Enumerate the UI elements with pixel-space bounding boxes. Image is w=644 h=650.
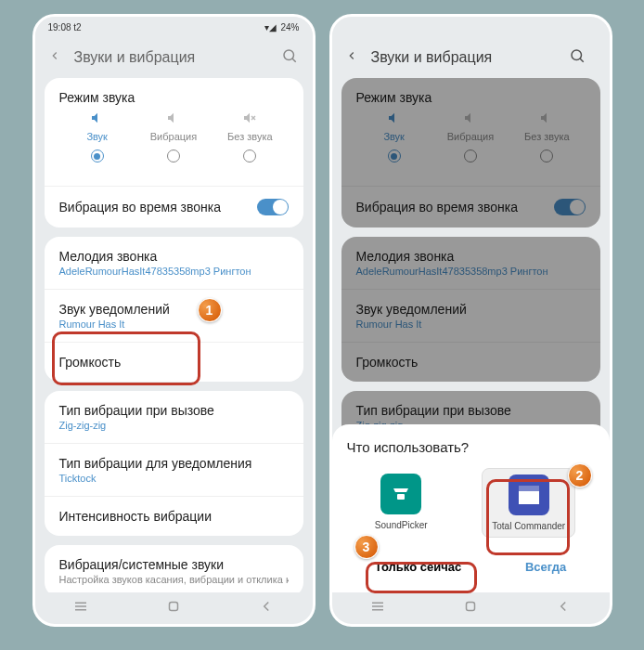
- navbar: [332, 592, 610, 624]
- app-soundpicker[interactable]: SoundPicker: [366, 468, 437, 538]
- badge-1: 1: [198, 298, 222, 322]
- ringtone-row[interactable]: Мелодия звонка AdeleRumourHasIt47835358m…: [45, 237, 303, 290]
- sound-mode-row: Режим звука Звук Вибрация Без звука: [45, 78, 303, 187]
- system-sounds-row[interactable]: Вибрация/системные звуки Настройка звуко…: [45, 545, 303, 592]
- svg-line-9: [580, 58, 584, 62]
- svg-rect-14: [466, 603, 474, 611]
- svg-line-1: [292, 58, 296, 62]
- soundpicker-icon: [380, 474, 421, 514]
- callout-2: [486, 479, 570, 555]
- svg-point-0: [284, 50, 294, 60]
- vib-call-row[interactable]: Тип вибрации при вызове Zig-zig-zig: [45, 391, 303, 444]
- header: Звуки и вибрация: [35, 37, 313, 78]
- card-sounds: Мелодия звонка AdeleRumourHasIt47835358m…: [341, 237, 600, 382]
- mode-vibrate: Вибрация: [433, 110, 508, 142]
- status-right: ▾◢ 24%: [264, 22, 299, 32]
- mode-vibrate[interactable]: Вибрация: [136, 110, 211, 142]
- sound-icon: [90, 110, 105, 127]
- nav-home-icon[interactable]: [462, 598, 479, 618]
- notification-sound-row: Звук уведомлений Rumour Has It: [341, 290, 600, 343]
- card-sound-mode: Режим звука Звук Вибрация Без звука Вибр…: [341, 78, 600, 228]
- radio-sound: [388, 150, 401, 162]
- sound-mode-row: Режим звука Звук Вибрация Без звука: [341, 78, 600, 187]
- card-vibration: Тип вибрации при вызове Zig-zig-zig Тип …: [45, 391, 303, 536]
- action-always[interactable]: Всегда: [507, 551, 585, 583]
- statusbar: 19:08 t2 ▾◢ 24%: [35, 17, 313, 37]
- vib-intensity-row[interactable]: Интенсивность вибрации: [45, 497, 303, 536]
- sheet-title: Что использовать?: [343, 439, 599, 455]
- card-system: Вибрация/системные звуки Настройка звуко…: [45, 545, 303, 592]
- phone-right: Звуки и вибрация Режим звука Звук Вибрац…: [329, 14, 612, 627]
- battery-text: 24%: [280, 22, 299, 32]
- callout-1: [52, 332, 200, 385]
- card-sound-mode: Режим звука Звук Вибрация Без звука Вибр…: [45, 78, 303, 228]
- mode-sound: Звук: [357, 110, 431, 142]
- back-icon[interactable]: [48, 49, 61, 66]
- svg-rect-10: [397, 494, 405, 500]
- svg-point-8: [572, 50, 582, 60]
- volume-row: Громкость: [341, 343, 600, 382]
- mode-mute: Без звука: [509, 110, 584, 142]
- mode-sound[interactable]: Звук: [60, 110, 135, 142]
- status-time: 19:08 t2: [48, 22, 82, 32]
- page-title: Звуки и вибрация: [371, 49, 493, 66]
- badge-3: 3: [354, 535, 379, 559]
- header: Звуки и вибрация: [341, 37, 600, 78]
- radio-vibrate: [464, 150, 477, 162]
- radio-vibrate[interactable]: [167, 150, 180, 162]
- svg-rect-7: [169, 603, 177, 611]
- page-title: Звуки и вибрация: [74, 49, 196, 66]
- radio-mute: [540, 150, 553, 162]
- vib-notif-row[interactable]: Тип вибрации для уведомления Ticktock: [45, 444, 303, 497]
- nav-recent-icon[interactable]: [369, 598, 386, 618]
- nav-home-icon[interactable]: [165, 598, 182, 618]
- statusbar: [332, 17, 610, 37]
- sound-mode-title: Режим звука: [59, 90, 289, 105]
- nav-recent-icon[interactable]: [72, 598, 89, 618]
- search-icon[interactable]: [281, 47, 298, 68]
- ringtone-row: Мелодия звонка AdeleRumourHasIt47835358m…: [341, 237, 600, 290]
- wifi-icon: ▾◢: [264, 22, 277, 32]
- radio-row: [59, 146, 289, 174]
- mode-mute[interactable]: Без звука: [213, 110, 287, 142]
- search-icon[interactable]: [569, 47, 586, 68]
- callout-3: [366, 562, 477, 593]
- nav-back-icon[interactable]: [555, 598, 572, 618]
- phone-left: 19:08 t2 ▾◢ 24% Звуки и вибрация Режим з…: [32, 14, 316, 627]
- radio-mute[interactable]: [243, 150, 256, 162]
- back-icon[interactable]: [345, 49, 358, 66]
- vibration-during-call-row: Вибрация во время звонка: [341, 187, 600, 228]
- toggle-vibration-call: [554, 199, 586, 215]
- vibration-during-call-row[interactable]: Вибрация во время звонка: [45, 187, 303, 228]
- nav-back-icon[interactable]: [258, 598, 275, 618]
- toggle-vibration-call[interactable]: [257, 199, 289, 215]
- mute-icon: [242, 110, 257, 127]
- vibrate-icon: [166, 110, 181, 127]
- radio-sound[interactable]: [91, 150, 104, 162]
- navbar: [35, 592, 313, 624]
- badge-2: 2: [568, 463, 592, 488]
